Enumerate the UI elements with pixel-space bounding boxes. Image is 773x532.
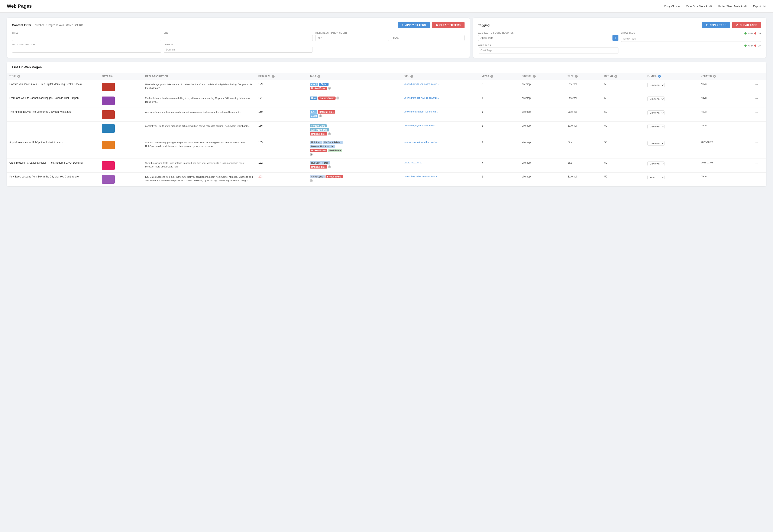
- col-title: TITLE i: [7, 73, 99, 80]
- cell-url-1[interactable]: /news/from-cat-walk-to-zaahnzi...: [402, 94, 479, 108]
- col-views: VIEWS i: [479, 73, 519, 80]
- tag-add-more-icon[interactable]: +: [310, 179, 313, 182]
- funnel-select-2[interactable]: UnknownTOFUMOFUBOFU: [647, 110, 665, 115]
- nav-export-list[interactable]: Export List: [753, 5, 766, 8]
- meta-count-label: META DESCRIPTION COUNT: [315, 32, 465, 34]
- cell-source-5: sitemap: [519, 159, 565, 173]
- cell-title-3: [7, 122, 99, 138]
- tag-digital: Digital: [319, 83, 329, 86]
- tag-hubspot: HubSpot: [310, 141, 322, 144]
- cell-more-5[interactable]: ···: [747, 159, 766, 173]
- cell-meta-size-4: 155: [256, 138, 307, 159]
- type-info-icon[interactable]: i: [575, 75, 578, 78]
- nav-copy-cluster[interactable]: Copy Cluster: [664, 5, 680, 8]
- cell-more-1[interactable]: ···: [747, 94, 766, 108]
- funnel-select-6[interactable]: TOFUTOFUMOFUBOFU: [647, 175, 665, 180]
- url-info-icon[interactable]: i: [411, 75, 413, 78]
- apply-tags-button[interactable]: ⟳ APPLY TAGS: [702, 22, 730, 28]
- cell-meta-desc-2: Are we different marketing actually work…: [143, 108, 256, 122]
- tag-add-more-icon[interactable]: +: [310, 153, 313, 156]
- cell-funnel-5[interactable]: UnknownTOFUMOFUBOFU: [645, 159, 698, 173]
- nav-undersized-meta[interactable]: Under Sized Meta Audit: [718, 5, 747, 8]
- cell-rating-3: 50: [602, 122, 645, 138]
- cell-url-5[interactable]: /carlo-mezzini-cd: [402, 159, 479, 173]
- clear-filters-button[interactable]: ⊘ CLEAR FILTERS: [432, 22, 465, 28]
- source-info-icon[interactable]: i: [533, 75, 536, 78]
- add-tag-field-group: ADD TAG TO FOUND RECORDS +: [478, 32, 618, 42]
- web-pages-table: TITLE i META PIC META DESCRIPTION META S…: [7, 73, 766, 186]
- cell-funnel-1[interactable]: UnknownTOFUMOFUBOFU: [645, 94, 698, 108]
- cell-type-4: Site: [565, 138, 602, 159]
- show-tags-select[interactable]: Show Tags: [621, 36, 761, 42]
- meta-desc-input[interactable]: [12, 47, 161, 53]
- cell-type-5: Site: [565, 159, 602, 173]
- tag-add-more-icon[interactable]: +: [328, 132, 331, 135]
- meta-count-max-input[interactable]: [391, 35, 465, 41]
- funnel-select-0[interactable]: UnknownTOFUMOFUBOFU: [647, 83, 665, 87]
- cell-url-3[interactable]: /knowledge/your-ticket-to-hot-...: [402, 122, 479, 138]
- updated-info-icon[interactable]: i: [713, 75, 716, 78]
- clear-tags-button[interactable]: ⊘ CLEAR TAGS: [732, 22, 761, 28]
- funnel-select-1[interactable]: UnknownTOFUMOFUBOFU: [647, 97, 665, 101]
- tag-add-more-icon[interactable]: +: [328, 165, 331, 168]
- title-info-icon[interactable]: i: [17, 75, 20, 78]
- tag-button-group: ⟳ APPLY TAGS ⊘ CLEAR TAGS: [702, 22, 761, 28]
- meta-count-min-input[interactable]: [315, 35, 389, 41]
- tag-broken-fixme: Broken-Fixme: [318, 97, 335, 100]
- title-input[interactable]: [12, 35, 161, 41]
- cell-url-4[interactable]: /a-quick-overview-of-hubspot-a...: [402, 138, 479, 159]
- cell-url-2[interactable]: /news/the-kingdom-live-the-dif...: [402, 108, 479, 122]
- cell-meta-desc-0: We challenge you to take our quiz to det…: [143, 80, 256, 94]
- meta-count-field-group: META DESCRIPTION COUNT: [315, 32, 465, 41]
- meta-desc-field-group: META DESCRIPTION: [12, 43, 161, 53]
- cell-more-4[interactable]: ···: [747, 138, 766, 159]
- cell-more-0[interactable]: ···: [747, 80, 766, 94]
- funnel-select-5[interactable]: UnknownTOFUMOFUBOFU: [647, 161, 665, 166]
- tagging-fields: ADD TAG TO FOUND RECORDS + SHOW TAGS AND: [478, 32, 761, 53]
- tagging-panel-header: Tagging ⟳ APPLY TAGS ⊘ CLEAR TAGS: [478, 22, 761, 28]
- omit-tags-select[interactable]: Omit Tags: [478, 48, 618, 53]
- funnel-select-3[interactable]: UnknownTOFUMOFUBOFU: [647, 124, 665, 129]
- nav-oversize-meta[interactable]: Over Size Meta Audit: [686, 5, 712, 8]
- cell-more-6[interactable]: ···: [747, 173, 766, 186]
- add-tag-row: +: [478, 35, 618, 41]
- cell-tags-1: BlogBroken-Fixme+: [307, 94, 402, 108]
- header-nav: Copy Cluster Over Size Meta Audit Under …: [664, 5, 766, 8]
- tags-info-icon[interactable]: i: [317, 75, 320, 78]
- apply-filters-button[interactable]: ⟳ APPLY FILTERS: [398, 22, 430, 28]
- tag-add-more-icon[interactable]: +: [319, 114, 322, 117]
- omit-or-label: OR: [758, 44, 761, 47]
- rating-info-icon[interactable]: i: [614, 75, 617, 78]
- clear-icon: ⊘: [436, 24, 438, 27]
- cell-url-0[interactable]: /news/how-do-you-score-in-our-...: [402, 80, 479, 94]
- list-section: List Of Web Pages TITLE i META PIC META …: [7, 62, 766, 186]
- or-label: OR: [758, 32, 761, 35]
- cell-views-2: 1: [479, 108, 519, 122]
- cell-meta-pic-1: [99, 94, 143, 108]
- tag-add-button[interactable]: +: [613, 35, 619, 41]
- cell-funnel-3[interactable]: UnknownTOFUMOFUBOFU: [645, 122, 698, 138]
- cell-funnel-0[interactable]: UnknownTOFUMOFUBOFU: [645, 80, 698, 94]
- cell-more-3[interactable]: ···: [747, 122, 766, 138]
- funnel-select-4[interactable]: UnknownTOFUMOFUBOFU: [647, 141, 665, 146]
- url-input[interactable]: [164, 35, 313, 41]
- cell-funnel-2[interactable]: UnknownTOFUMOFUBOFU: [645, 108, 698, 122]
- apply-tags-input[interactable]: [478, 35, 611, 41]
- views-info-icon[interactable]: i: [490, 75, 493, 78]
- funnel-info-icon[interactable]: i: [658, 75, 661, 78]
- omit-tags-label: OMIT TAGS: [478, 44, 618, 47]
- show-tags-field-group: SHOW TAGS AND OR Show Tags: [621, 32, 761, 42]
- meta-size-info-icon[interactable]: i: [272, 75, 274, 78]
- cell-updated-3: Never: [698, 122, 747, 138]
- domain-select[interactable]: Domain: [164, 47, 313, 53]
- tag-add-more-icon[interactable]: +: [328, 87, 331, 90]
- cell-url-6[interactable]: /news/key-sales-lessons-from-s...: [402, 173, 479, 186]
- cell-funnel-6[interactable]: TOFUTOFUMOFUBOFU: [645, 173, 698, 186]
- tag-broken-fixme: Broken-Fixme: [310, 87, 327, 90]
- cell-more-2[interactable]: ···: [747, 108, 766, 122]
- page-title: Web Pages: [7, 3, 32, 9]
- cell-source-1: sitemap: [519, 94, 565, 108]
- tag-sales-cycle: Sales Cycle: [310, 175, 325, 178]
- cell-funnel-4[interactable]: UnknownTOFUMOFUBOFU: [645, 138, 698, 159]
- tag-add-more-icon[interactable]: +: [336, 97, 339, 99]
